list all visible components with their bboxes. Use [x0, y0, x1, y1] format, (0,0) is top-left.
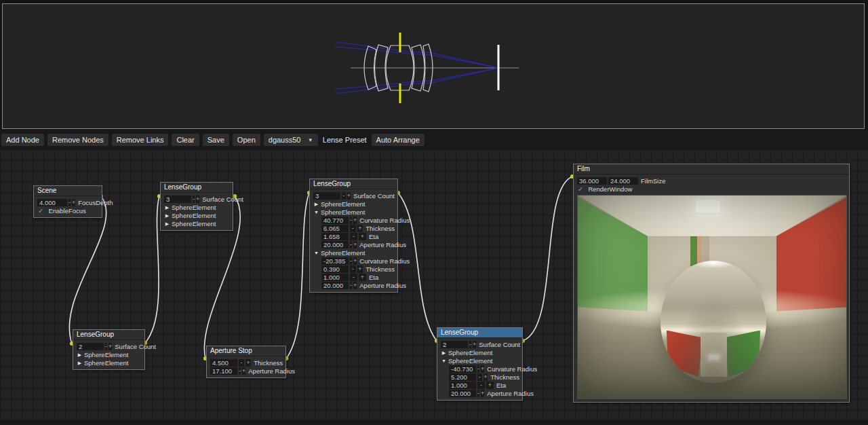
increment-button[interactable]: + — [481, 390, 484, 397]
node-title[interactable]: Aperture Stop — [207, 346, 285, 356]
decrement-button[interactable]: - — [350, 257, 352, 265]
node-lensegroup-4[interactable]: LenseGroup 2 - + Surface Count ▶ SphereE… — [437, 327, 523, 401]
render-window-checkbox[interactable]: ✓ RenderWindow — [577, 185, 846, 193]
save-button[interactable]: Save — [203, 134, 229, 146]
sphere-element-item-expanded[interactable]: ▼ SphereElement — [313, 249, 395, 257]
lens-preset-dropdown[interactable]: dgauss50 ▼ — [264, 134, 318, 146]
decrement-button[interactable]: - — [350, 274, 357, 281]
increment-button[interactable]: + — [359, 274, 366, 281]
decrement-button[interactable]: - — [193, 196, 195, 203]
increment-button[interactable]: + — [196, 196, 199, 203]
increment-button[interactable]: + — [357, 225, 363, 232]
increment-button[interactable]: + — [486, 382, 494, 389]
increment-button[interactable]: + — [108, 343, 112, 350]
surface-count-field[interactable]: 2 — [77, 343, 104, 350]
value-field[interactable]: 20.000 — [449, 390, 476, 397]
value-field[interactable]: 0.390 — [321, 265, 349, 273]
decrement-button[interactable]: - — [350, 265, 356, 273]
node-title[interactable]: LenseGroup — [437, 328, 522, 338]
decrement-button[interactable]: - — [350, 233, 357, 240]
increment-button[interactable]: + — [245, 359, 251, 367]
increment-button[interactable]: + — [484, 373, 488, 381]
decrement-button[interactable]: - — [477, 365, 479, 373]
decrement-button[interactable]: - — [239, 367, 241, 375]
increment-button[interactable]: + — [353, 217, 357, 224]
auto-arrange-button[interactable]: Auto Arrange — [372, 134, 425, 146]
increment-button[interactable]: + — [242, 367, 245, 375]
sphere-element-item[interactable]: ▶ SphereElement — [164, 212, 230, 219]
collapsed-arrow-icon[interactable]: ▶ — [314, 202, 319, 206]
clear-button[interactable]: Clear — [172, 134, 199, 146]
remove-nodes-button[interactable]: Remove Nodes — [47, 134, 108, 146]
node-title[interactable]: Film — [574, 164, 849, 174]
node-film[interactable]: Film 36.000 24.000 FilmSize ✓ RenderWind… — [573, 164, 850, 403]
sphere-element-item[interactable]: ▶ SphereElement — [441, 349, 519, 356]
sphere-element-item[interactable]: ▶ SphereElement — [164, 220, 230, 227]
sphere-element-item[interactable]: ▶ SphereElement — [313, 200, 395, 208]
sphere-element-item-expanded[interactable]: ▼ SphereElement — [313, 208, 395, 216]
open-button[interactable]: Open — [233, 134, 260, 146]
decrement-button[interactable]: - — [469, 341, 471, 348]
surface-count-field[interactable]: 2 — [441, 341, 468, 348]
decrement-button[interactable]: - — [342, 192, 346, 200]
node-scene[interactable]: Scene 4.000 - + FocusDepth ✓ EnableFocus — [33, 185, 102, 218]
decrement-button[interactable]: - — [350, 217, 352, 224]
node-aperture-stop[interactable]: Aperture Stop 4.500 - + Thickness 17.100… — [206, 346, 286, 378]
value-field[interactable]: 4.500 — [210, 359, 237, 367]
collapsed-arrow-icon[interactable]: ▶ — [165, 213, 170, 218]
decrement-button[interactable]: - — [350, 282, 352, 289]
add-node-button[interactable]: Add Node — [1, 134, 44, 146]
value-field[interactable]: 17.100 — [210, 367, 237, 375]
sphere-element-item[interactable]: ▶ SphereElement — [164, 204, 230, 211]
increment-button[interactable]: + — [353, 241, 357, 248]
decrement-button[interactable]: - — [68, 199, 71, 206]
node-editor-canvas[interactable]: Scene 4.000 - + FocusDepth ✓ EnableFocus… — [0, 149, 868, 420]
decrement-button[interactable]: - — [105, 343, 107, 350]
decrement-button[interactable]: - — [477, 382, 485, 389]
enable-focus-checkbox[interactable]: ✓ EnableFocus — [37, 207, 99, 215]
increment-button[interactable]: + — [353, 282, 357, 289]
film-width-field[interactable]: 36.000 — [577, 177, 607, 185]
remove-links-button[interactable]: Remove Links — [112, 134, 169, 146]
increment-button[interactable]: + — [473, 341, 476, 348]
increment-button[interactable]: + — [353, 257, 357, 265]
increment-button[interactable]: + — [72, 199, 75, 206]
value-field[interactable]: 20.000 — [321, 282, 349, 289]
expanded-arrow-icon[interactable]: ▼ — [314, 210, 319, 215]
increment-button[interactable]: + — [481, 365, 484, 373]
value-field[interactable]: 5.200 — [449, 373, 476, 381]
collapsed-arrow-icon[interactable]: ▶ — [77, 361, 82, 365]
collapsed-arrow-icon[interactable]: ▶ — [441, 350, 446, 355]
expanded-arrow-icon[interactable]: ▼ — [314, 251, 319, 255]
node-lensegroup-3[interactable]: LenseGroup 3 - + Surface Count ▶ SphereE… — [309, 179, 398, 293]
value-field[interactable]: 40.770 — [321, 217, 349, 224]
sphere-element-item[interactable]: ▶ SphereElement — [77, 351, 142, 358]
value-field[interactable]: 6.065 — [321, 225, 349, 232]
focus-depth-field[interactable]: 4.000 — [37, 199, 67, 206]
increment-button[interactable]: + — [357, 265, 363, 273]
decrement-button[interactable]: - — [477, 390, 479, 397]
sphere-element-item[interactable]: ▶ SphereElement — [77, 359, 142, 367]
collapsed-arrow-icon[interactable]: ▶ — [165, 221, 170, 226]
value-field[interactable]: 20.000 — [321, 241, 349, 248]
surface-count-field[interactable]: 3 — [313, 192, 340, 200]
value-field[interactable]: 1.658 — [321, 233, 349, 240]
expanded-arrow-icon[interactable]: ▼ — [441, 358, 446, 363]
value-field[interactable]: 1.000 — [321, 274, 349, 281]
collapsed-arrow-icon[interactable]: ▶ — [77, 352, 82, 357]
surface-count-field[interactable]: 3 — [164, 196, 191, 203]
decrement-button[interactable]: - — [350, 241, 352, 248]
node-lensegroup-2[interactable]: LenseGroup 3 - + Surface Count ▶ SphereE… — [160, 182, 233, 231]
node-title[interactable]: LenseGroup — [161, 183, 233, 193]
decrement-button[interactable]: - — [239, 359, 244, 367]
value-field[interactable]: -40.730 — [449, 365, 476, 373]
value-field[interactable]: 1.000 — [449, 382, 476, 389]
decrement-button[interactable]: - — [350, 225, 356, 232]
node-title[interactable]: LenseGroup — [73, 330, 144, 340]
node-title[interactable]: LenseGroup — [310, 179, 397, 189]
film-height-field[interactable]: 24.000 — [608, 177, 638, 185]
node-title[interactable]: Scene — [34, 186, 102, 196]
node-lensegroup-1[interactable]: LenseGroup 2 - + Surface Count ▶ SphereE… — [73, 329, 145, 370]
increment-button[interactable]: + — [359, 233, 366, 240]
sphere-element-item-expanded[interactable]: ▼ SphereElement — [441, 357, 519, 365]
